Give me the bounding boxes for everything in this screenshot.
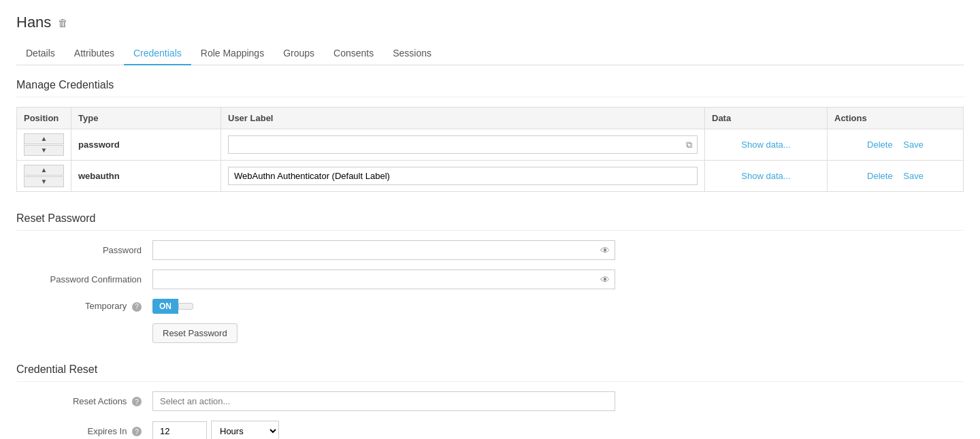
manage-credentials-section: Manage Credentials Position Type User La… <box>16 79 964 192</box>
password-confirmation-label: Password Confirmation <box>16 274 152 284</box>
user-label-cell-password: ⧉ <box>221 129 705 161</box>
reset-password-section: Reset Password Password 👁 Password Confi… <box>16 212 964 343</box>
tab-consents[interactable]: Consents <box>324 42 383 65</box>
password-input[interactable] <box>152 240 615 260</box>
expires-in-field-group: Expires In ? Minutes Hours Days <box>16 421 964 439</box>
credentials-table: Position Type User Label Data Actions ▲ … <box>16 107 964 192</box>
show-data-button-password[interactable]: Show data... <box>737 138 794 151</box>
temporary-label: Temporary ? <box>16 301 152 312</box>
reset-password-heading: Reset Password <box>16 212 964 231</box>
type-cell-password: password <box>71 129 221 161</box>
show-data-cell-webauthn: Show data... <box>705 161 828 192</box>
position-cell: ▲ ▼ <box>17 129 71 161</box>
delete-user-icon[interactable]: 🗑 <box>58 17 68 29</box>
col-data: Data <box>705 108 828 129</box>
eye-icon-confirmation[interactable]: 👁 <box>600 274 610 285</box>
password-confirmation-control: 👁 <box>152 270 615 289</box>
save-button-webauthn[interactable]: Save <box>899 169 928 182</box>
eye-icon-password[interactable]: 👁 <box>600 245 610 256</box>
reset-actions-field-group: Reset Actions ? <box>16 391 964 411</box>
show-data-button-webauthn[interactable]: Show data... <box>737 169 794 182</box>
toggle-off-label <box>178 303 193 310</box>
move-down-button-webauthn[interactable]: ▼ <box>24 176 64 187</box>
temporary-field-group: Temporary ? ON <box>16 299 964 314</box>
reset-password-button-group: Reset Password <box>16 323 964 343</box>
manage-credentials-heading: Manage Credentials <box>16 79 964 97</box>
user-label-input-webauthn[interactable] <box>228 167 698 185</box>
expires-in-label: Expires In ? <box>16 426 152 437</box>
user-label-cell-webauthn <box>221 161 705 192</box>
reset-actions-control <box>152 391 615 411</box>
col-position: Position <box>17 108 71 129</box>
table-row: ▲ ▼ webauthn Show data... Delete <box>17 161 964 192</box>
expires-in-help-icon[interactable]: ? <box>132 427 142 436</box>
expires-in-number-input[interactable] <box>152 421 207 439</box>
col-user-label: User Label <box>221 108 705 129</box>
tab-sessions[interactable]: Sessions <box>383 42 441 65</box>
expires-in-group: Minutes Hours Days <box>152 421 279 439</box>
credential-reset-heading: Credential Reset <box>16 363 964 382</box>
password-confirmation-field-group: Password Confirmation 👁 <box>16 270 964 289</box>
credential-reset-section: Credential Reset Reset Actions ? Expires… <box>16 363 964 439</box>
tab-groups[interactable]: Groups <box>274 42 324 65</box>
col-actions: Actions <box>828 108 964 129</box>
toggle-on-label: ON <box>152 299 178 314</box>
password-confirmation-input[interactable] <box>152 270 615 289</box>
move-down-button-password[interactable]: ▼ <box>24 145 64 156</box>
tab-details[interactable]: Details <box>16 42 65 65</box>
reset-actions-label: Reset Actions ? <box>16 396 152 407</box>
actions-cell-password: Delete Save <box>828 129 964 161</box>
move-up-button-password[interactable]: ▲ <box>24 133 64 144</box>
actions-cell-webauthn: Delete Save <box>828 161 964 192</box>
password-label: Password <box>16 245 152 255</box>
show-data-cell-password: Show data... <box>705 129 828 161</box>
temporary-toggle[interactable]: ON <box>152 299 193 314</box>
delete-button-webauthn[interactable]: Delete <box>863 169 897 182</box>
password-control: 👁 <box>152 240 615 260</box>
col-type: Type <box>71 108 221 129</box>
type-cell-webauthn: webauthn <box>71 161 221 192</box>
tab-attributes[interactable]: Attributes <box>65 42 124 65</box>
table-row: ▲ ▼ password ⧉ Show data... <box>17 129 964 161</box>
save-button-password[interactable]: Save <box>899 138 928 151</box>
page-title: Hans <box>16 14 51 31</box>
move-up-button-webauthn[interactable]: ▲ <box>24 165 64 176</box>
tab-credentials[interactable]: Credentials <box>124 42 191 65</box>
password-field-group: Password 👁 <box>16 240 964 260</box>
position-cell: ▲ ▼ <box>17 161 71 192</box>
tab-bar: Details Attributes Credentials Role Mapp… <box>16 42 964 65</box>
user-label-input-password[interactable] <box>228 135 698 154</box>
expires-unit-select[interactable]: Minutes Hours Days <box>211 421 279 439</box>
temporary-toggle-container: ON <box>152 299 193 314</box>
reset-actions-input[interactable] <box>152 391 615 411</box>
temporary-help-icon[interactable]: ? <box>132 302 142 312</box>
tab-role-mappings[interactable]: Role Mappings <box>191 42 274 65</box>
copy-icon-password: ⧉ <box>686 140 692 150</box>
reset-actions-help-icon[interactable]: ? <box>132 397 142 406</box>
delete-button-password[interactable]: Delete <box>863 138 897 151</box>
reset-password-button[interactable]: Reset Password <box>152 323 238 343</box>
